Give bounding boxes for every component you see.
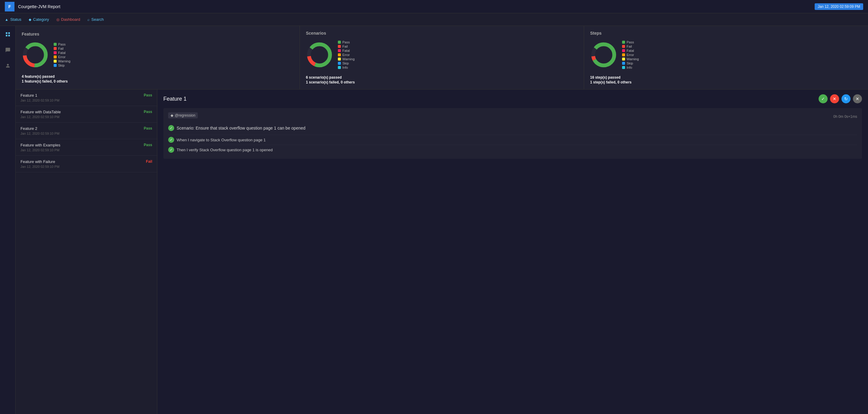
dashboard-icon: ◎: [56, 18, 59, 22]
nav-status[interactable]: ▲ Status: [5, 16, 22, 23]
nav-dashboard[interactable]: ◎ Dashboard: [56, 16, 81, 23]
status-icon: ▲: [5, 18, 8, 22]
nav-status-label: Status: [10, 17, 22, 22]
sidebar-comment-icon[interactable]: [3, 45, 13, 55]
svg-point-12: [593, 44, 614, 65]
feature-item[interactable]: Feature with Failure Jan 12, 2020 02:59:…: [16, 156, 157, 172]
app-logo: F: [5, 2, 14, 11]
detail-actions: ✓ ✕ ↻ ✕: [818, 94, 862, 103]
features-legend: Pass Fail Fatal Error Warning Skip: [54, 42, 70, 67]
nav-category[interactable]: ◆ Category: [29, 16, 49, 23]
app-header: F Courgette-JVM Report Jan 12, 2020 02:5…: [0, 0, 868, 13]
steps-counts: 16 step(s) passed 1 step(s) failed, 0 ot…: [590, 75, 862, 84]
feature-item[interactable]: Feature 1 Jan 12, 2020 02:59:10 PM Pass: [16, 90, 157, 106]
features-panel: Features Pass Fail Fatal: [16, 26, 300, 89]
feature-item[interactable]: Feature with Examples Jan 12, 2020 02:59…: [16, 139, 157, 156]
scenarios-donut: [306, 41, 333, 68]
svg-point-4: [7, 64, 9, 66]
scenario-card: ◆ @regression 0h 0m 0s+1ms ✓ Scenario: E…: [163, 108, 862, 159]
scenario-title: ✓ Scenario: Ensure that stack overflow q…: [168, 125, 857, 131]
scenarios-legend: Pass Fail Fatal Error Warning Skip Info: [338, 40, 355, 69]
sidebar-person-icon[interactable]: [3, 61, 13, 70]
steps-container: ✓ When I navigate to Stack Overflow ques…: [168, 135, 857, 155]
svg-rect-0: [6, 32, 7, 34]
step-item: ✓ Then I verify Stack Overflow question …: [168, 145, 857, 155]
feature-list: Feature 1 Jan 12, 2020 02:59:10 PM Pass …: [16, 90, 157, 414]
nav-search-label: Search: [91, 17, 104, 22]
nav-category-label: Category: [33, 17, 49, 22]
bottom-area: Feature 1 Jan 12, 2020 02:59:10 PM Pass …: [16, 90, 868, 414]
step-item: ✓ When I navigate to Stack Overflow ques…: [168, 135, 857, 145]
step-check-icon: ✓: [168, 137, 174, 143]
svg-rect-1: [8, 32, 10, 34]
fail-action-btn[interactable]: ✕: [830, 94, 839, 103]
nav-dashboard-label: Dashboard: [61, 17, 81, 22]
features-title: Features: [22, 32, 293, 36]
stats-row: Features Pass Fail Fatal: [16, 26, 868, 90]
feature-items-container: Feature 1 Jan 12, 2020 02:59:10 PM Pass …: [16, 90, 157, 172]
step-check-icon: ✓: [168, 147, 174, 153]
category-icon: ◆: [29, 18, 31, 22]
app-title: Courgette-JVM Report: [18, 4, 60, 9]
sidebar-icons: [0, 26, 16, 414]
tag-label: @regression: [175, 113, 195, 118]
features-counts: 4 feature(s) passed 1 feature(s) failed,…: [22, 74, 293, 84]
main-layout: Features Pass Fail Fatal: [0, 26, 868, 414]
svg-rect-2: [6, 35, 7, 36]
nav-search[interactable]: ⌕ Search: [87, 16, 104, 23]
header-left: F Courgette-JVM Report: [5, 2, 60, 11]
scenarios-title: Scenarios: [306, 31, 578, 36]
steps-title: Steps: [590, 31, 862, 36]
tag-badge: ◆ @regression: [168, 113, 198, 119]
sidebar-grid-icon[interactable]: [3, 30, 13, 39]
scenarios-counts: 6 scenario(s) passed 1 scenario(s) faile…: [306, 75, 578, 84]
search-icon: ⌕: [87, 18, 90, 22]
detail-title: Feature 1: [163, 96, 187, 102]
close-action-btn[interactable]: ✕: [853, 94, 862, 103]
detail-panel: Feature 1 ✓ ✕ ↻ ✕ ◆ @regression 0h: [157, 90, 868, 414]
scenario-check-icon: ✓: [168, 125, 174, 131]
steps-legend: Pass Fail Fatal Error Warning Skip Info: [622, 40, 639, 69]
feature-item[interactable]: Feature with DataTable Jan 12, 2020 02:5…: [16, 106, 157, 123]
header-datetime: Jan 12, 2020 02:59:09 PM: [815, 3, 863, 10]
svg-rect-3: [8, 35, 10, 36]
navbar: ▲ Status ◆ Category ◎ Dashboard ⌕ Search: [0, 13, 868, 26]
detail-header: Feature 1 ✓ ✕ ↻ ✕: [163, 94, 862, 103]
steps-panel: Steps Pass Fail Fatal: [584, 26, 868, 89]
pass-action-btn[interactable]: ✓: [818, 94, 828, 103]
features-donut: [22, 41, 49, 68]
rerun-action-btn[interactable]: ↻: [841, 94, 850, 103]
content-area: Features Pass Fail Fatal: [16, 26, 868, 414]
scenarios-panel: Scenarios Pass Fail Fatal: [300, 26, 584, 89]
scenario-time: 0h 0m 0s+1ms: [833, 115, 857, 119]
feature-item[interactable]: Feature 2 Jan 12, 2020 02:59:10 PM Pass: [16, 123, 157, 139]
tag-icon: ◆: [170, 113, 173, 118]
steps-donut: [590, 41, 617, 68]
